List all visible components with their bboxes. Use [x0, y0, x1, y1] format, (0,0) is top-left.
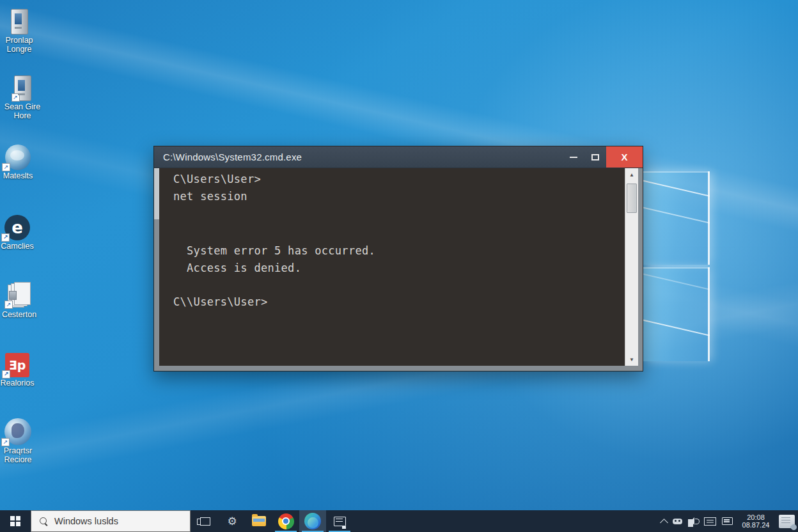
folder-icon: [252, 516, 266, 526]
taskbar-search-input[interactable]: Windows luslds: [31, 510, 191, 532]
close-icon: X: [621, 152, 627, 162]
search-text: Windows luslds: [54, 516, 118, 526]
shortcut-arrow-icon: ↗: [2, 163, 10, 171]
terminal-output[interactable]: C\Users\User> net session System error 5…: [159, 168, 638, 366]
tower-icon: [11, 9, 28, 35]
red-app-icon: Ǝp ↗: [5, 353, 29, 377]
task-view-icon: [200, 517, 210, 526]
gear-icon: ⚙: [227, 515, 237, 528]
tower-icon: ↗: [14, 75, 31, 101]
desktop-icon-label: Realorios: [1, 379, 35, 388]
clock-time: 20:08: [739, 513, 773, 522]
scrollbar-thumb[interactable]: [627, 184, 637, 213]
document-stack-icon: ↗: [8, 282, 31, 309]
desktop-icon-mateslts[interactable]: ↗ Mateslts: [0, 141, 45, 181]
desktop-icon-sean-gire[interactable]: ↗ Sean Gire Hore: [0, 72, 50, 121]
sphere-icon: ↗: [5, 145, 31, 170]
media-app-icon: [334, 517, 346, 526]
desktop-icon-pronlap[interactable]: Pronlap Longre: [0, 5, 47, 54]
start-button[interactable]: [0, 510, 31, 532]
shortcut-arrow-icon: ↗: [12, 93, 20, 102]
browser-e-glyph: e: [12, 218, 23, 237]
device-tray-icon[interactable]: [673, 519, 682, 524]
pane-light-line: [643, 177, 710, 202]
action-center-icon[interactable]: [779, 515, 795, 528]
desktop-icon-label: Mateslts: [3, 172, 33, 181]
system-tray: 20:08 08.87.24: [661, 510, 798, 532]
window-title: C:\Windows\System32.cmd.exe: [163, 152, 302, 162]
language-indicator-icon[interactable]: [704, 517, 716, 526]
red-app-glyph: Ǝp: [9, 358, 26, 372]
desktop-icon-label: Pronlap Longre: [5, 36, 33, 54]
desktop-icon-label: Cesterton: [2, 311, 36, 320]
desktop-icon-label: Camclies: [1, 242, 33, 251]
volume-icon[interactable]: [688, 517, 698, 526]
terminal-scrollbar[interactable]: ▲ ▼: [625, 168, 638, 366]
desktop-icon-label: Sean Gire Hore: [4, 103, 40, 121]
desktop-icon-praqrtsr[interactable]: ↗ Praqrtsr Reciore: [0, 416, 45, 465]
taskbar-clock[interactable]: 20:08 08.87.24: [739, 513, 773, 529]
desktop-icon-label: Praqrtsr Reciore: [4, 447, 32, 465]
terminal-command-line: net session: [173, 190, 247, 203]
chrome-icon: [278, 513, 294, 529]
browser-e-icon: e ↗: [4, 215, 30, 240]
shortcut-arrow-icon: ↗: [4, 301, 13, 309]
wallpaper-logo-pane-top: [643, 171, 710, 265]
settings-button[interactable]: ⚙: [219, 510, 246, 532]
shortcut-arrow-icon: ↗: [1, 438, 10, 446]
maximize-icon: [591, 154, 599, 160]
maximize-button[interactable]: [584, 146, 606, 168]
cmd-window: C:\Windows\System32.cmd.exe X C\Users\Us…: [153, 146, 643, 372]
search-icon: [40, 517, 48, 526]
desktop-icon-camclies[interactable]: e ↗ Camclies: [0, 211, 45, 251]
pane-light-line: [643, 317, 710, 341]
pane-light-line: [643, 270, 710, 295]
shortcut-arrow-icon: ↗: [1, 233, 10, 242]
minimize-icon: [570, 157, 577, 158]
edge-button[interactable]: [299, 510, 326, 532]
monitor-tray-icon[interactable]: [722, 517, 733, 525]
windows-logo-icon: [10, 516, 20, 526]
file-explorer-button[interactable]: [246, 510, 272, 532]
media-app-button[interactable]: [326, 510, 353, 532]
taskbar-app-icons: ⚙: [192, 510, 353, 532]
desktop: Pronlap Longre ↗ Sean Gire Hore ↗ Matesl…: [0, 0, 798, 532]
window-titlebar[interactable]: C:\Windows\System32.cmd.exe X: [154, 146, 643, 168]
edge-icon: [304, 513, 321, 529]
terminal-prompt-line: C\Users\User>: [173, 173, 261, 185]
shortcut-arrow-icon: ↗: [2, 370, 10, 379]
terminal-prompt-line: C\\Users\User>: [173, 295, 268, 308]
terminal-error-line: System error 5 has occurred.: [173, 244, 375, 257]
wallpaper-logo-pane-bottom: [643, 267, 710, 361]
pane-light-line: [643, 204, 710, 229]
task-view-button[interactable]: [192, 510, 219, 532]
window-controls: X: [563, 146, 643, 168]
taskbar: Windows luslds ⚙: [0, 510, 798, 532]
scroll-up-icon[interactable]: ▲: [625, 169, 638, 180]
scroll-down-icon[interactable]: ▼: [625, 354, 638, 364]
desktop-icon-cesterton[interactable]: ↗ Cesterton: [0, 279, 47, 320]
close-button[interactable]: X: [606, 146, 643, 168]
minimize-button[interactable]: [563, 146, 584, 168]
tray-expand-chevron-icon[interactable]: [660, 519, 668, 527]
clock-date: 08.87.24: [739, 521, 773, 529]
globe-icon: ↗: [4, 418, 31, 445]
window-frame-highlight: [154, 168, 159, 219]
terminal-error-line: Access is denied.: [173, 262, 301, 274]
chrome-button[interactable]: [272, 510, 299, 532]
desktop-icon-realorios[interactable]: Ǝp ↗ Realorios: [0, 348, 45, 388]
